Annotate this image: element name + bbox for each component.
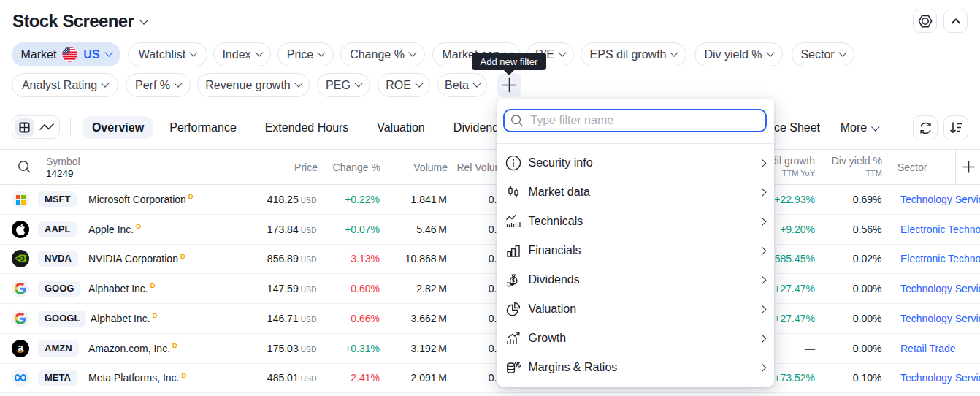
svg-text:a: a: [18, 343, 23, 353]
